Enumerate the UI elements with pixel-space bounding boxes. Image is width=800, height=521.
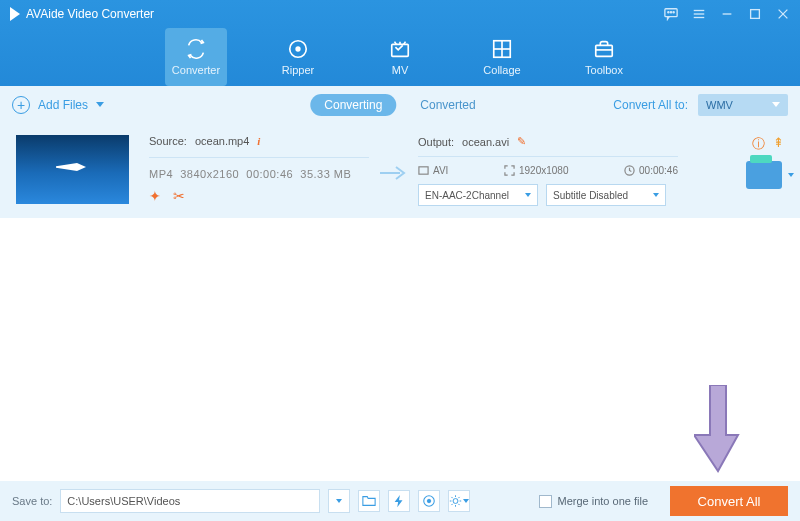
source-filename: ocean.mp4 [195,135,249,147]
video-thumbnail[interactable] [16,135,129,204]
high-speed-button[interactable] [418,490,440,512]
hardware-accel-button[interactable] [388,490,410,512]
output-filename: ocean.avi [462,136,509,148]
toolbox-icon [593,38,615,60]
maximize-icon[interactable] [748,7,762,21]
nav-label: MV [392,64,409,76]
video-icon [418,165,429,176]
titlebar: AVAide Video Converter [0,0,800,28]
close-icon[interactable] [776,7,790,21]
output-label: Output: [418,136,454,148]
output-meta: AVI 1920x1080 00:00:46 [418,156,678,176]
nav-label: Ripper [282,64,314,76]
output-profile-button[interactable] [746,161,782,189]
resolution-icon [504,165,515,176]
convert-arrow-icon [380,165,408,185]
edit-icon[interactable]: ✎ [517,135,526,148]
cut-icon[interactable]: ✂ [173,188,185,204]
save-to-label: Save to: [12,495,52,507]
source-meta: MP4 3840x2160 00:00:46 35.33 MB [149,157,369,180]
format-selected-value: WMV [706,99,733,111]
tab-converted[interactable]: Converted [406,94,489,116]
chevron-down-icon[interactable] [788,173,794,177]
app-logo-icon [10,7,20,21]
nav-mv[interactable]: MV [369,28,431,86]
output-format-select[interactable]: WMV [698,94,788,116]
audio-track-select[interactable]: EN-AAC-2Channel [418,184,538,206]
subtitle-select-value: Subtitle Disabled [553,190,628,201]
add-files-label: Add Files [38,98,88,112]
add-files-button[interactable]: + Add Files [12,96,104,114]
tutorial-arrow-icon [694,385,742,473]
audio-select-value: EN-AAC-2Channel [425,190,509,201]
svg-point-2 [670,12,671,13]
svg-point-3 [673,12,674,13]
svg-point-12 [296,47,300,51]
open-folder-button[interactable] [358,490,380,512]
main-navbar: Converter Ripper MV Collage Toolbox [0,28,800,86]
svg-rect-13 [392,44,409,56]
nav-collage[interactable]: Collage [471,28,533,86]
convert-all-to-label: Convert All to: [613,98,688,112]
source-label: Source: [149,135,187,147]
subtitle-select[interactable]: Subtitle Disabled [546,184,666,206]
feedback-icon[interactable] [664,7,678,21]
info-icon[interactable]: i [257,135,260,147]
chevron-down-icon [463,499,469,503]
svg-point-1 [668,12,669,13]
tab-converting[interactable]: Converting [310,94,396,116]
save-path-input[interactable] [60,489,320,513]
enhance-icon[interactable]: ✦ [149,188,161,204]
file-item: Source: ocean.mp4 i MP4 3840x2160 00:00:… [0,123,800,218]
merge-checkbox[interactable] [539,495,552,508]
compress-icon[interactable]: ⇞ [773,135,784,153]
chevron-down-icon [336,499,342,503]
nav-ripper[interactable]: Ripper [267,28,329,86]
nav-label: Converter [172,64,220,76]
minimize-icon[interactable] [720,7,734,21]
ripper-icon [287,38,309,60]
svg-rect-17 [596,45,613,56]
settings-button[interactable] [448,490,470,512]
merge-label: Merge into one file [558,495,649,507]
convert-all-button[interactable]: Convert All [670,486,788,516]
menu-icon[interactable] [692,7,706,21]
svg-rect-19 [419,167,428,174]
warning-icon[interactable]: ⓘ [752,135,765,153]
chevron-down-icon [525,193,531,197]
footer-bar: Save to: Merge into one file Convert All [0,481,800,521]
path-dropdown-button[interactable] [328,489,350,513]
nav-converter[interactable]: Converter [165,28,227,86]
nav-label: Collage [483,64,520,76]
chevron-down-icon [653,193,659,197]
chevron-down-icon [96,102,104,107]
converter-icon [185,38,207,60]
collage-icon [491,38,513,60]
chevron-down-icon [772,102,780,107]
plus-icon: + [12,96,30,114]
nav-label: Toolbox [585,64,623,76]
toolbar: + Add Files Converting Converted Convert… [0,86,800,123]
svg-point-23 [453,499,458,504]
nav-toolbox[interactable]: Toolbox [573,28,635,86]
svg-rect-8 [751,10,760,19]
app-title: AVAide Video Converter [26,7,154,21]
svg-point-22 [428,499,432,503]
clock-icon [624,165,635,176]
mv-icon [389,38,411,60]
